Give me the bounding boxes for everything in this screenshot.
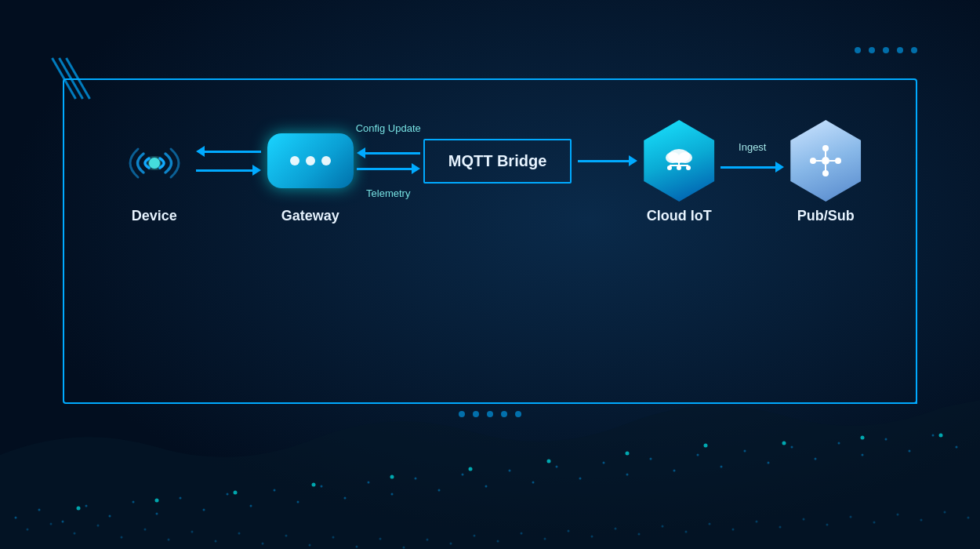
pubsub-node: Pub/Sub [790, 118, 861, 227]
svg-point-30 [274, 489, 276, 492]
gateway-dot [290, 156, 299, 165]
svg-point-47 [673, 470, 676, 472]
cloud-iot-label-area: Cloud IoT [647, 204, 712, 227]
svg-point-63 [97, 525, 100, 527]
svg-point-89 [709, 523, 711, 525]
svg-point-54 [838, 442, 840, 445]
gateway-mqtt-connector: Config Update Telemetry [357, 118, 420, 204]
svg-point-77 [426, 539, 429, 541]
cloud-iot-label: Cloud IoT [647, 208, 712, 224]
single-arrow-right [578, 155, 637, 166]
svg-point-45 [626, 474, 629, 476]
svg-point-87 [662, 525, 664, 528]
svg-point-101 [77, 507, 81, 511]
svg-rect-4 [676, 161, 682, 162]
svg-point-98 [920, 519, 923, 522]
svg-point-99 [944, 511, 946, 514]
svg-point-73 [332, 536, 335, 539]
svg-point-23 [109, 515, 111, 518]
svg-point-39 [485, 485, 488, 488]
svg-point-62 [74, 533, 76, 535]
svg-point-29 [250, 505, 252, 507]
svg-point-46 [650, 458, 652, 460]
pubsub-label: Pub/Sub [797, 208, 855, 224]
svg-point-76 [403, 547, 405, 549]
mqtt-label: MQTT Bridge [448, 152, 547, 169]
device-icon [119, 125, 190, 196]
arrowhead-left [196, 146, 205, 157]
svg-point-31 [297, 501, 299, 504]
device-icon-area [119, 118, 190, 204]
dot [897, 47, 903, 53]
gateway-label-area: Gateway [281, 204, 339, 227]
svg-point-65 [144, 529, 147, 531]
dots-top-right [855, 47, 917, 53]
svg-point-50 [744, 450, 746, 453]
svg-point-71 [285, 535, 288, 537]
svg-point-52 [791, 446, 793, 449]
dot [883, 47, 889, 53]
arrowhead-right [412, 163, 420, 174]
cloud-iot-icon-area [644, 118, 714, 204]
arrow-right [196, 165, 261, 176]
svg-point-61 [50, 523, 53, 525]
svg-point-49 [720, 466, 723, 468]
svg-point-27 [203, 509, 205, 511]
arrow-shaft [357, 168, 412, 170]
gateway-icon-area [267, 118, 354, 204]
svg-point-91 [756, 521, 758, 523]
svg-point-67 [191, 531, 194, 533]
vertical-arrows: Config Update Telemetry [357, 147, 420, 174]
arrowhead-left [357, 147, 365, 158]
svg-point-22 [85, 505, 88, 507]
svg-point-112 [939, 434, 943, 438]
svg-point-48 [697, 454, 699, 456]
svg-point-58 [932, 434, 935, 437]
device-label: Device [132, 208, 177, 224]
svg-point-68 [215, 540, 217, 543]
arrowhead-right [252, 165, 261, 176]
mqtt-bridge-node: MQTT Bridge [423, 118, 572, 227]
svg-point-60 [27, 529, 29, 531]
svg-point-106 [861, 436, 865, 440]
svg-point-94 [826, 524, 829, 526]
arrow-shaft [720, 166, 775, 169]
config-update-label: Config Update [356, 122, 421, 134]
svg-point-55 [862, 454, 864, 456]
mqtt-border-box: MQTT Bridge [423, 139, 572, 184]
svg-point-25 [156, 513, 158, 515]
wave-background [0, 376, 980, 549]
telemetry-label: Telemetry [366, 187, 410, 199]
dot [855, 47, 861, 53]
pubsub-icon-area [790, 118, 861, 204]
telemetry-arrow [357, 163, 420, 174]
svg-point-110 [626, 452, 630, 456]
cloud-iot-hexagon-wrap [644, 120, 714, 202]
svg-point-75 [379, 538, 382, 540]
svg-point-107 [155, 499, 159, 503]
pubsub-label-area: Pub/Sub [797, 204, 855, 227]
svg-point-21 [62, 521, 64, 523]
svg-point-96 [873, 522, 876, 524]
cloudiot-pubsub-connector: Ingest [720, 118, 784, 204]
arrow-left [196, 146, 261, 157]
mqtt-cloudiot-connector [578, 118, 637, 204]
device-label-area: Device [132, 204, 177, 227]
svg-point-43 [579, 478, 582, 480]
gateway-dot [306, 156, 315, 165]
svg-point-111 [782, 442, 786, 445]
ingest-arrow [720, 162, 784, 173]
svg-point-33 [344, 497, 347, 500]
svg-point-86 [638, 533, 641, 536]
arrowhead-right [629, 155, 637, 166]
svg-point-97 [897, 514, 899, 516]
gateway-label: Gateway [281, 208, 339, 224]
svg-point-16 [822, 170, 829, 176]
svg-point-79 [474, 535, 476, 537]
svg-point-32 [321, 485, 323, 488]
svg-point-42 [556, 466, 558, 468]
svg-point-103 [390, 475, 394, 479]
svg-point-28 [227, 493, 229, 496]
svg-point-44 [603, 462, 605, 464]
svg-point-66 [168, 539, 170, 541]
